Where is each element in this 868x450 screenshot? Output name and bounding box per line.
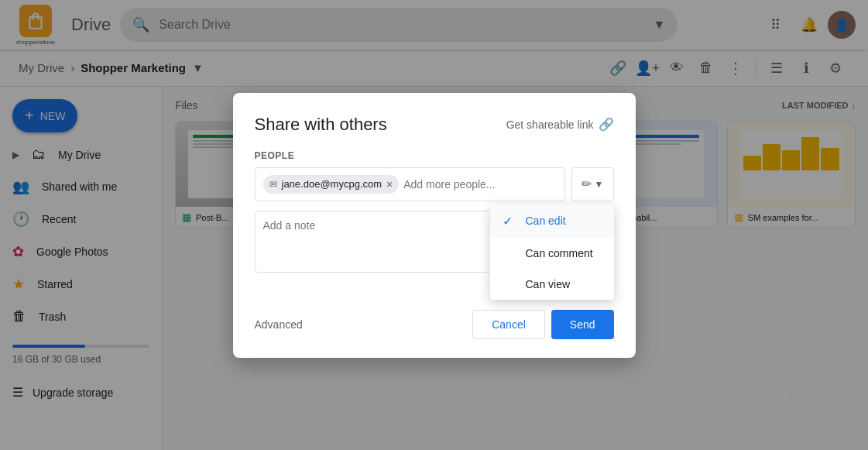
shareable-link-label: Get shareable link xyxy=(506,119,594,131)
cancel-button[interactable]: Cancel xyxy=(472,310,545,339)
can-edit-label: Can edit xyxy=(526,215,566,227)
email-chip-envelope-icon: ✉ xyxy=(269,179,277,190)
shareable-link-button[interactable]: Get shareable link 🔗 xyxy=(506,117,614,132)
dropdown-item-can-edit[interactable]: ✓ Can edit xyxy=(490,204,614,238)
dropdown-item-can-view[interactable]: Can view xyxy=(490,269,614,300)
dialog-header: Share with others Get shareable link 🔗 xyxy=(255,115,614,135)
overlay[interactable]: Share with others Get shareable link 🔗 P… xyxy=(0,0,868,450)
share-dialog: Share with others Get shareable link 🔗 P… xyxy=(233,93,636,358)
can-comment-label: Can comment xyxy=(526,247,593,259)
dropdown-item-can-comment[interactable]: Can comment xyxy=(490,238,614,269)
link-chain-icon: 🔗 xyxy=(599,117,614,132)
dialog-title: Share with others xyxy=(255,115,387,135)
permission-dropdown-arrow: ▼ xyxy=(595,179,604,190)
action-buttons: Cancel Send xyxy=(472,310,613,339)
permission-dropdown: ✓ Can edit Can comment Can view xyxy=(490,204,614,300)
email-chip-close-icon[interactable]: × xyxy=(386,178,393,191)
people-section-label: People xyxy=(255,150,614,161)
add-people-input[interactable] xyxy=(403,178,556,191)
pencil-icon: ✏ xyxy=(582,177,592,191)
send-button[interactable]: Send xyxy=(551,310,614,339)
permission-button-wrapper: ✏ ▼ ✓ Can edit Can comment Can vi xyxy=(571,167,614,201)
can-view-label: Can view xyxy=(526,278,571,290)
people-input-row: ✉ jane.doe@mycpg.com × ✏ ▼ ✓ Can edit xyxy=(255,167,614,201)
check-icon: ✓ xyxy=(503,214,518,228)
dialog-actions: Advanced Cancel Send xyxy=(255,310,614,339)
email-chip[interactable]: ✉ jane.doe@mycpg.com × xyxy=(263,175,400,194)
permission-button[interactable]: ✏ ▼ xyxy=(571,167,614,201)
advanced-button[interactable]: Advanced xyxy=(255,311,303,338)
people-input-field[interactable]: ✉ jane.doe@mycpg.com × xyxy=(255,167,565,201)
email-chip-value: jane.doe@mycpg.com xyxy=(282,178,383,190)
